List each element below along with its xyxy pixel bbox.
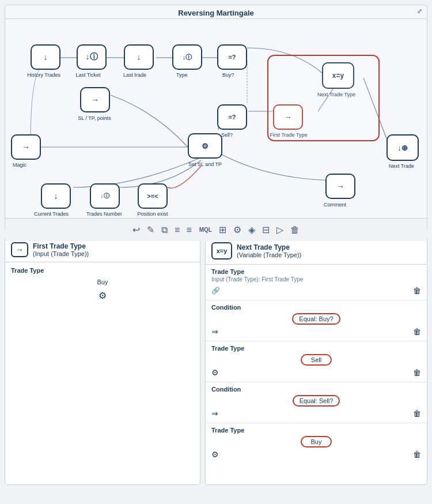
section-icons-trade-type-2: ⚙ 🗑 bbox=[211, 367, 421, 378]
next-trade-icon: ↓⊕ bbox=[397, 144, 408, 152]
right-panel-title: Next Trade Type bbox=[237, 243, 301, 251]
delete-icon-condition-2[interactable]: 🗑 bbox=[413, 409, 421, 418]
section-label-condition-1: Condition bbox=[211, 304, 421, 311]
trade-type-2-value: Sell bbox=[301, 354, 332, 366]
node-first-trade-type[interactable]: → bbox=[273, 104, 303, 130]
toolbar-grid[interactable]: ⊞ bbox=[219, 224, 226, 235]
trades-number-icon: ↓ⓘ bbox=[101, 192, 109, 200]
next-trade-type-label: Next Trade Type bbox=[313, 92, 359, 97]
section-value-trade-type-3: Buy bbox=[211, 435, 421, 449]
position-exist-icon: >=< bbox=[147, 193, 158, 200]
delete-icon-2[interactable]: 🗑 bbox=[413, 368, 421, 377]
node-set-sl-tp[interactable]: ⚙ bbox=[188, 133, 222, 159]
toolbar-delete[interactable]: 🗑 bbox=[290, 225, 300, 235]
delete-icon-3[interactable]: 🗑 bbox=[413, 450, 421, 459]
trades-number-label: Trades Number bbox=[79, 211, 130, 217]
toolbar-copy[interactable]: ⧉ bbox=[161, 225, 168, 235]
toolbar-edit[interactable]: ✎ bbox=[147, 224, 154, 235]
trade-type-3-value: Buy bbox=[301, 436, 332, 447]
condition-value-1: Equal: Buy? bbox=[292, 313, 340, 325]
gear-icon-3[interactable]: ⚙ bbox=[211, 450, 219, 459]
type-label: Type bbox=[176, 72, 188, 78]
next-trade-label: Next Trade bbox=[378, 163, 425, 169]
buy-label: Buy? bbox=[222, 72, 234, 78]
position-exist-label: Position exist bbox=[127, 211, 178, 217]
history-trades-label: History Trades bbox=[21, 72, 66, 78]
condition-pill-2: Equal: Sell? bbox=[211, 394, 421, 408]
node-last-ticket[interactable]: ↓ⓘ bbox=[77, 44, 107, 70]
svg-line-6 bbox=[363, 78, 388, 143]
right-panel-subtitle: (Variable (Trade Type)) bbox=[237, 251, 301, 258]
magic-label: Magic bbox=[13, 162, 26, 168]
node-next-trade-type[interactable]: x=y bbox=[322, 62, 354, 89]
right-panel-header-icon: x=y bbox=[211, 242, 232, 259]
left-panel-header: → First Trade Type (Input (Trade Type)) bbox=[5, 238, 200, 262]
buy-icon: =? bbox=[228, 54, 236, 61]
first-trade-type-label: First Trade Type bbox=[263, 132, 314, 138]
node-type[interactable]: ↓ⓘ bbox=[172, 44, 202, 70]
node-history-trades[interactable]: ↓ bbox=[31, 44, 60, 70]
diagram-container: Reversing Martingale ⤢ bbox=[5, 5, 427, 232]
node-sl-tp[interactable]: → bbox=[80, 87, 110, 112]
node-buy[interactable]: =? bbox=[217, 44, 247, 70]
condition-pill-1: Equal: Buy? bbox=[211, 312, 421, 326]
diagram-title: Reversing Martingale bbox=[5, 5, 427, 19]
node-trades-number[interactable]: ↓ⓘ bbox=[90, 183, 120, 209]
left-panel-body: Trade Type Buy ⚙ bbox=[5, 262, 200, 308]
delete-icon-condition-1[interactable]: 🗑 bbox=[413, 327, 421, 336]
comment-label: Comment bbox=[324, 202, 346, 208]
set-sl-tp-icon: ⚙ bbox=[202, 142, 209, 151]
right-panel-header: x=y Next Trade Type (Variable (Trade Typ… bbox=[206, 238, 427, 265]
sell-label: Sell? bbox=[221, 132, 233, 138]
type-icon: ↓ⓘ bbox=[183, 53, 192, 62]
toolbar-mql[interactable]: MQL bbox=[199, 227, 212, 233]
toolbar-settings[interactable]: ⚙ bbox=[233, 224, 241, 235]
section-label-trade-type-2: Trade Type bbox=[211, 345, 421, 352]
right-panel-header-text: Next Trade Type (Variable (Trade Type)) bbox=[237, 243, 301, 258]
comment-icon: → bbox=[336, 182, 344, 191]
section-sub-label-trade-type-1: Input (Trade Type): First Trade Type bbox=[211, 276, 421, 283]
toolbar-play[interactable]: ▷ bbox=[276, 224, 283, 235]
last-ticket-icon: ↓ⓘ bbox=[86, 52, 98, 62]
toolbar-align-left[interactable]: ≡ bbox=[175, 225, 180, 235]
current-trades-label: Current Trades bbox=[28, 211, 74, 217]
toolbar-align-center[interactable]: ≡ bbox=[187, 225, 192, 235]
left-panel-field-icon: ⚙ bbox=[11, 288, 194, 303]
section-icons-trade-type-3: ⚙ 🗑 bbox=[211, 449, 421, 460]
left-panel: → First Trade Type (Input (Trade Type)) … bbox=[5, 237, 200, 485]
set-sl-tp-label: Set SL and TP bbox=[177, 161, 233, 167]
section-label-trade-type-1: Trade Type bbox=[211, 268, 421, 275]
section-trade-type-1: Trade Type Input (Trade Type): First Tra… bbox=[206, 265, 427, 300]
flow-canvas: ↓ History Trades ↓ⓘ Last Ticket ↓ Last t… bbox=[5, 19, 427, 218]
node-current-trades[interactable]: ↓ bbox=[41, 183, 71, 209]
gear-icon-2[interactable]: ⚙ bbox=[211, 368, 219, 377]
left-panel-header-icon: → bbox=[11, 242, 28, 257]
node-last-trade[interactable]: ↓ bbox=[124, 44, 154, 70]
expand-icon[interactable]: ⤢ bbox=[417, 7, 422, 15]
equals-icon-1[interactable]: ⇒ bbox=[211, 327, 218, 336]
current-trades-icon: ↓ bbox=[54, 191, 58, 201]
section-value-trade-type-2: Sell bbox=[211, 353, 421, 367]
node-position-exist[interactable]: >=< bbox=[138, 183, 168, 209]
node-sell[interactable]: =? bbox=[217, 104, 247, 130]
node-magic[interactable]: → bbox=[11, 134, 41, 160]
toolbar-undo[interactable]: ↩ bbox=[132, 224, 140, 235]
section-condition-2: Condition Equal: Sell? ⇒ 🗑 bbox=[206, 382, 427, 423]
node-comment[interactable]: → bbox=[325, 174, 355, 199]
last-trade-label: Last trade bbox=[116, 72, 154, 78]
toolbar-layers[interactable]: ⊟ bbox=[262, 224, 270, 235]
equals-icon-2[interactable]: ⇒ bbox=[211, 409, 218, 418]
next-trade-type-icon: x=y bbox=[332, 72, 344, 80]
gear-icon-left[interactable]: ⚙ bbox=[98, 291, 107, 300]
sl-tp-label: SL / TP, points bbox=[69, 115, 120, 121]
left-panel-title: First Trade Type bbox=[33, 242, 89, 250]
node-next-trade[interactable]: ↓⊕ bbox=[386, 134, 419, 161]
link-icon-1[interactable]: 🔗 bbox=[211, 287, 220, 295]
left-panel-header-text: First Trade Type (Input (Trade Type)) bbox=[33, 242, 89, 257]
delete-icon-1[interactable]: 🗑 bbox=[413, 286, 421, 295]
section-icons-trade-type-1: 🔗 🗑 bbox=[211, 285, 421, 296]
section-trade-type-2: Trade Type Sell ⚙ 🗑 bbox=[206, 341, 427, 382]
section-label-condition-2: Condition bbox=[211, 386, 421, 393]
last-ticket-label: Last Ticket bbox=[67, 72, 109, 78]
toolbar-paint[interactable]: ◈ bbox=[248, 224, 255, 235]
